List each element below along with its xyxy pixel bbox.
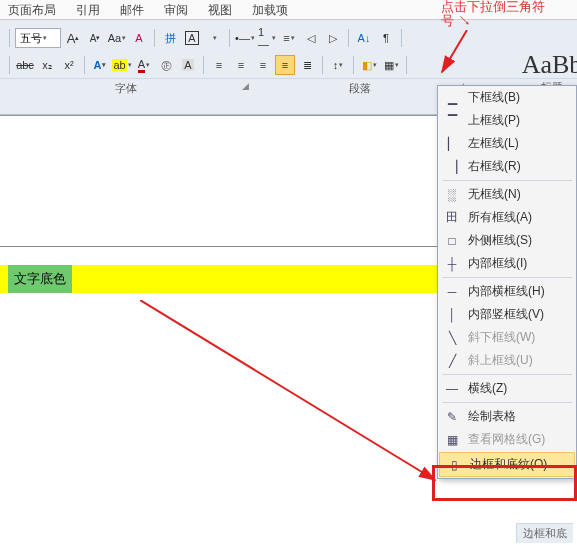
menu-item[interactable]: ▏左框线(L) xyxy=(438,132,576,155)
shading-button[interactable]: ◧▾ xyxy=(359,55,379,75)
numbering-button[interactable]: 1—▾ xyxy=(257,28,277,48)
showmarks-button[interactable]: ¶ xyxy=(376,28,396,48)
inc-indent-button[interactable]: ▷ xyxy=(323,28,343,48)
dec-indent-button[interactable]: ◁ xyxy=(301,28,321,48)
strike-button[interactable]: abc xyxy=(15,55,35,75)
tab-review[interactable]: 审阅 xyxy=(164,2,188,17)
texteffects-button[interactable]: A▾ xyxy=(90,55,110,75)
separator xyxy=(154,29,155,47)
inc-indent-icon: ▷ xyxy=(329,32,337,45)
menu-item: ╲斜下框线(W) xyxy=(438,326,576,349)
menu-item-label: 内部框线(I) xyxy=(468,255,527,272)
shrink-font-icon: A xyxy=(90,33,97,44)
group-font-label: 字体 xyxy=(115,82,137,94)
menu-item[interactable]: ░无框线(N) xyxy=(438,183,576,206)
menu-separator xyxy=(442,374,572,375)
ruby-button[interactable]: 拼 xyxy=(160,28,180,48)
chevron-down-icon: ▾ xyxy=(128,61,132,69)
separator xyxy=(203,56,204,74)
menu-item-label: 横线(Z) xyxy=(468,380,507,397)
menu-item-label: 左框线(L) xyxy=(468,135,519,152)
bullets-button[interactable]: •—▾ xyxy=(235,28,255,48)
border-button[interactable]: ▦▾ xyxy=(381,55,401,75)
multilevel-icon: ≡ xyxy=(283,32,289,44)
font-expand-button[interactable]: ▾ xyxy=(204,28,224,48)
highlight-button[interactable]: ab▾ xyxy=(112,55,132,75)
border-type-icon: ┼ xyxy=(444,256,460,272)
tab-references[interactable]: 引用 xyxy=(76,2,100,17)
charborder-button[interactable]: A xyxy=(182,28,202,48)
charshade-icon: A xyxy=(182,59,193,71)
align-center-icon: ≡ xyxy=(238,59,244,71)
menu-item[interactable]: □外侧框线(S) xyxy=(438,229,576,252)
border-type-icon: ▯ xyxy=(446,457,462,473)
dropdown-footer: 边框和底 xyxy=(516,523,573,543)
tab-pagelayout[interactable]: 页面布局 xyxy=(8,2,56,17)
clear-format-button[interactable]: A xyxy=(129,28,149,48)
circled-button[interactable]: ㊣ xyxy=(156,55,176,75)
chevron-down-icon: ▾ xyxy=(395,61,399,69)
chevron-down-icon: ▾ xyxy=(373,61,377,69)
text-box[interactable]: 文字底色 xyxy=(8,265,72,293)
menu-item[interactable]: ▯边框和底纹(O)... xyxy=(439,452,575,477)
chevron-down-icon: ▾ xyxy=(251,34,255,42)
sort-button[interactable]: A↓ xyxy=(354,28,374,48)
charshade-button[interactable]: A xyxy=(178,55,198,75)
border-type-icon: ▁ xyxy=(444,90,460,106)
shading-icon: ◧ xyxy=(362,59,372,72)
separator xyxy=(9,56,10,74)
subscript-button[interactable]: x₂ xyxy=(37,55,57,75)
tab-view[interactable]: 视图 xyxy=(208,2,232,17)
font-size-combo[interactable]: 五号 ▾ xyxy=(15,28,61,48)
align-right-button[interactable]: ≡ xyxy=(253,55,273,75)
fontcolor-button[interactable]: A▾ xyxy=(134,55,154,75)
menu-item[interactable]: ▔上框线(P) xyxy=(438,109,576,132)
clear-icon: A xyxy=(135,32,142,44)
menu-item-label: 无框线(N) xyxy=(468,186,521,203)
tab-mailings[interactable]: 邮件 xyxy=(120,2,144,17)
menu-item-label: 斜下框线(W) xyxy=(468,329,535,346)
menu-item-label: 边框和底纹(O)... xyxy=(470,456,557,473)
align-left-button[interactable]: ≡ xyxy=(209,55,229,75)
chevron-down-icon: ▾ xyxy=(122,34,126,42)
menu-item[interactable]: ─内部横框线(H) xyxy=(438,280,576,303)
menu-item-label: 斜上框线(U) xyxy=(468,352,533,369)
separator xyxy=(322,56,323,74)
border-icon: ▦ xyxy=(384,59,394,72)
menu-item[interactable]: —横线(Z) xyxy=(438,377,576,400)
charborder-icon: A xyxy=(185,31,198,45)
menu-item[interactable]: ┼内部框线(I) xyxy=(438,252,576,275)
tab-addins[interactable]: 加载项 xyxy=(252,2,288,17)
group-font: 字体 ◢ xyxy=(0,79,252,98)
grow-font-button[interactable]: A▴ xyxy=(63,28,83,48)
border-type-icon: ░ xyxy=(444,187,460,203)
border-type-icon: ─ xyxy=(444,284,460,300)
border-type-icon: ▏ xyxy=(444,136,460,152)
menu-item[interactable]: ▕右框线(R) xyxy=(438,155,576,178)
linespacing-button[interactable]: ↕▾ xyxy=(328,55,348,75)
sup-icon: x² xyxy=(64,59,73,71)
sort-icon: A↓ xyxy=(358,32,371,44)
font-size-value: 五号 xyxy=(20,31,42,46)
circled-icon: ㊣ xyxy=(161,58,172,73)
superscript-button[interactable]: x² xyxy=(59,55,79,75)
border-dropdown-menu: ▁下框线(B)▔上框线(P)▏左框线(L)▕右框线(R)░无框线(N)田所有框线… xyxy=(437,85,577,479)
strike-icon: abc xyxy=(16,59,34,71)
align-center-button[interactable]: ≡ xyxy=(231,55,251,75)
border-type-icon: ▦ xyxy=(444,432,460,448)
menu-item[interactable]: ✎绘制表格 xyxy=(438,405,576,428)
font-launcher-icon[interactable]: ◢ xyxy=(242,81,249,91)
border-type-icon: ✎ xyxy=(444,409,460,425)
menu-item[interactable]: ▁下框线(B) xyxy=(438,86,576,109)
align-justify-button[interactable]: ≡ xyxy=(275,55,295,75)
shrink-font-button[interactable]: A▾ xyxy=(85,28,105,48)
menu-item[interactable]: 田所有框线(A) xyxy=(438,206,576,229)
menu-item[interactable]: │内部竖框线(V) xyxy=(438,303,576,326)
align-distrib-button[interactable]: ≣ xyxy=(297,55,317,75)
menu-item: ╱斜上框线(U) xyxy=(438,349,576,372)
menu-item-label: 下框线(B) xyxy=(468,89,520,106)
change-case-button[interactable]: Aa▾ xyxy=(107,28,127,48)
separator xyxy=(9,29,10,47)
chevron-down-icon: ▾ xyxy=(272,34,276,42)
multilevel-button[interactable]: ≡▾ xyxy=(279,28,299,48)
